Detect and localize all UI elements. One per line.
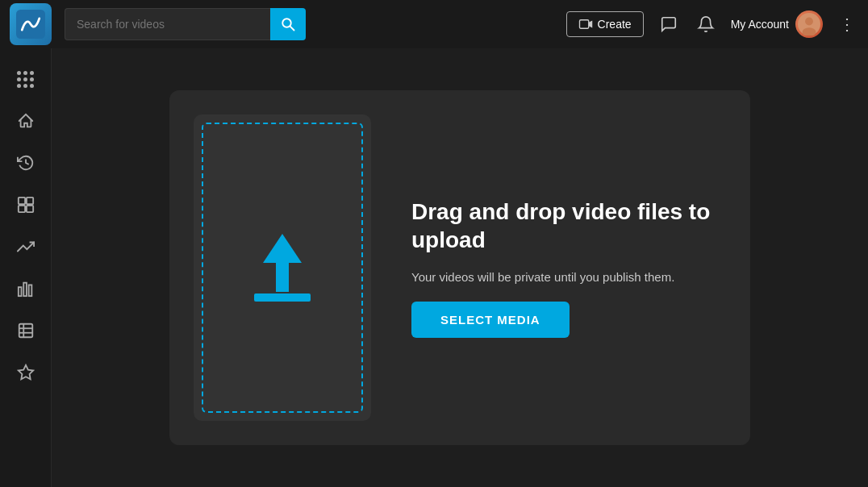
sidebar-item-favorites[interactable] xyxy=(8,355,44,390)
drop-zone[interactable] xyxy=(202,123,363,413)
sidebar-item-subscriptions[interactable] xyxy=(8,187,44,223)
svg-rect-9 xyxy=(26,198,32,204)
svg-rect-11 xyxy=(26,206,32,212)
search-bar xyxy=(65,8,306,40)
history-icon xyxy=(17,154,35,172)
app-logo[interactable] xyxy=(10,3,52,45)
create-button[interactable]: Create xyxy=(566,11,644,37)
svg-rect-15 xyxy=(19,324,32,338)
sidebar-item-home[interactable] xyxy=(8,103,44,139)
svg-rect-14 xyxy=(28,285,31,296)
svg-point-6 xyxy=(805,18,813,26)
my-account[interactable]: My Account xyxy=(731,10,823,38)
upload-subtitle: Your videos will be private until you pu… xyxy=(411,268,726,287)
svg-rect-10 xyxy=(18,206,24,212)
avatar xyxy=(795,10,823,38)
svg-rect-13 xyxy=(23,283,27,297)
svg-rect-3 xyxy=(579,20,588,29)
svg-line-2 xyxy=(290,27,294,31)
favorites-icon xyxy=(17,364,35,381)
more-options-button[interactable]: ⋮ xyxy=(836,11,858,37)
my-account-label: My Account xyxy=(731,18,789,31)
subscriptions-icon xyxy=(17,196,35,214)
sidebar-item-history[interactable] xyxy=(8,145,44,181)
top-header: Create My Account ⋮ xyxy=(0,0,868,48)
header-actions: Create My Account ⋮ xyxy=(566,10,858,38)
drop-zone-wrapper xyxy=(194,114,371,421)
library-icon xyxy=(17,322,35,339)
svg-marker-19 xyxy=(18,365,32,379)
search-button[interactable] xyxy=(270,8,306,40)
apps-grid-icon xyxy=(17,71,34,88)
sidebar-item-library[interactable] xyxy=(8,313,44,348)
upload-panel: Drag and drop video files to upload Your… xyxy=(169,90,750,445)
sidebar-item-apps-grid[interactable] xyxy=(8,61,44,97)
main-layout: Drag and drop video files to upload Your… xyxy=(0,48,868,487)
notifications-button[interactable] xyxy=(694,12,718,36)
sidebar-item-analytics[interactable] xyxy=(8,271,44,306)
upload-info: Drag and drop video files to upload Your… xyxy=(411,198,726,338)
svg-rect-12 xyxy=(18,287,21,296)
search-input[interactable] xyxy=(65,8,270,40)
home-icon xyxy=(17,112,35,130)
content-area: Drag and drop video files to upload Your… xyxy=(52,48,868,487)
analytics-icon xyxy=(17,280,35,298)
upload-arrow-icon xyxy=(254,234,311,302)
sidebar-item-trending[interactable] xyxy=(8,229,44,264)
trending-icon xyxy=(17,238,35,256)
svg-rect-8 xyxy=(18,198,24,204)
upload-title: Drag and drop video files to upload xyxy=(411,198,726,254)
select-media-button[interactable]: SELECT MEDIA xyxy=(411,302,570,338)
create-label: Create xyxy=(598,18,632,31)
sidebar xyxy=(0,48,52,487)
messages-button[interactable] xyxy=(657,12,681,36)
